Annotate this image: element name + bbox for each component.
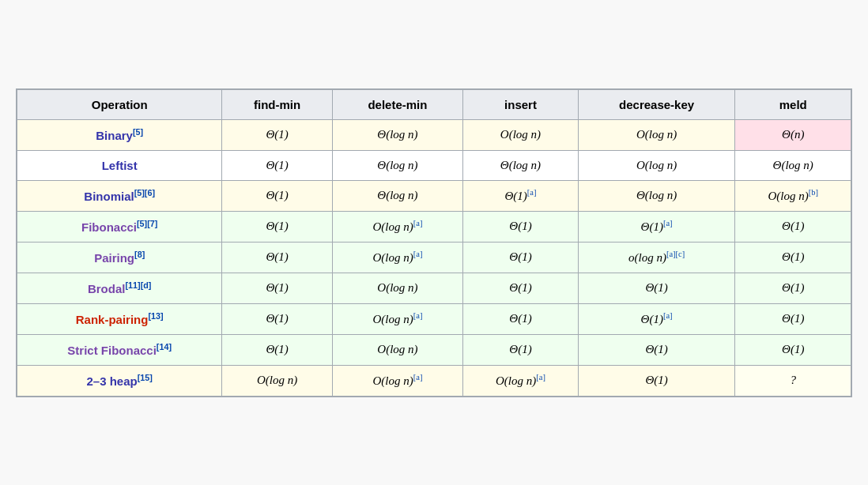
table-row: LeftistΘ(1)Θ(log n)Θ(log n)O(log n)Θ(log… — [17, 150, 851, 180]
decrease-key-cell: Θ(1) — [578, 273, 735, 303]
meld-cell: Θ(n) — [735, 119, 851, 150]
insert-cell: O(log n) — [463, 119, 579, 150]
insert-cell: Θ(1) — [463, 303, 579, 334]
operation-name: Fibonacci[5][7] — [17, 211, 222, 242]
table-row: 2–3 heap[15]O(log n)O(log n)[a]O(log n)[… — [17, 365, 851, 396]
meld-cell: Θ(log n) — [735, 150, 851, 180]
insert-cell: Θ(1) — [463, 273, 579, 303]
table-row: Pairing[8]Θ(1)O(log n)[a]Θ(1)o(log n)[a]… — [17, 242, 851, 273]
decrease-key-cell: O(log n) — [578, 119, 735, 150]
insert-cell: Θ(1) — [463, 211, 579, 242]
delete-min-cell: Θ(log n) — [332, 150, 463, 180]
decrease-key-cell: Θ(1) — [578, 334, 735, 365]
col-operation: Operation — [17, 89, 222, 119]
decrease-key-cell: Θ(1)[a] — [578, 211, 735, 242]
insert-cell: Θ(1) — [463, 334, 579, 365]
operation-name: Brodal[11][d] — [17, 273, 222, 303]
operation-name: Pairing[8] — [17, 242, 222, 273]
insert-cell: Θ(1)[a] — [463, 180, 579, 211]
find-min-cell: Θ(1) — [222, 211, 332, 242]
delete-min-cell: O(log n)[a] — [332, 303, 463, 334]
find-min-cell: O(log n) — [222, 365, 332, 396]
meld-cell: ? — [735, 365, 851, 396]
heap-comparison-table: Operation find-min delete-min insert dec… — [16, 88, 852, 397]
delete-min-cell: Θ(log n) — [332, 119, 463, 150]
find-min-cell: Θ(1) — [222, 334, 332, 365]
table-row: Binomial[5][6]Θ(1)Θ(log n)Θ(1)[a]Θ(log n… — [17, 180, 851, 211]
meld-cell: Θ(1) — [735, 242, 851, 273]
col-meld: meld — [735, 89, 851, 119]
delete-min-cell: O(log n)[a] — [332, 211, 463, 242]
decrease-key-cell: Θ(1) — [578, 365, 735, 396]
table-row: Fibonacci[5][7]Θ(1)O(log n)[a]Θ(1)Θ(1)[a… — [17, 211, 851, 242]
find-min-cell: Θ(1) — [222, 180, 332, 211]
table-row: Binary[5]Θ(1)Θ(log n)O(log n)O(log n)Θ(n… — [17, 119, 851, 150]
decrease-key-cell: Θ(1)[a] — [578, 303, 735, 334]
insert-cell: O(log n)[a] — [463, 365, 579, 396]
operation-name: 2–3 heap[15] — [17, 365, 222, 396]
decrease-key-cell: Θ(log n) — [578, 180, 735, 211]
insert-cell: Θ(log n) — [463, 150, 579, 180]
operation-name: Binary[5] — [17, 119, 222, 150]
meld-cell: O(log n)[b] — [735, 180, 851, 211]
delete-min-cell: O(log n) — [332, 273, 463, 303]
delete-min-cell: O(log n)[a] — [332, 242, 463, 273]
col-find-min: find-min — [222, 89, 332, 119]
find-min-cell: Θ(1) — [222, 273, 332, 303]
operation-name: Rank-pairing[13] — [17, 303, 222, 334]
operation-name: Strict Fibonacci[14] — [17, 334, 222, 365]
operation-name: Binomial[5][6] — [17, 180, 222, 211]
delete-min-cell: O(log n)[a] — [332, 365, 463, 396]
header-row: Operation find-min delete-min insert dec… — [17, 89, 851, 119]
table-row: Strict Fibonacci[14]Θ(1)O(log n)Θ(1)Θ(1)… — [17, 334, 851, 365]
col-delete-min: delete-min — [332, 89, 463, 119]
find-min-cell: Θ(1) — [222, 150, 332, 180]
decrease-key-cell: O(log n) — [578, 150, 735, 180]
col-insert: insert — [463, 89, 579, 119]
table-row: Brodal[11][d]Θ(1)O(log n)Θ(1)Θ(1)Θ(1) — [17, 273, 851, 303]
meld-cell: Θ(1) — [735, 273, 851, 303]
meld-cell: Θ(1) — [735, 303, 851, 334]
insert-cell: Θ(1) — [463, 242, 579, 273]
delete-min-cell: Θ(log n) — [332, 180, 463, 211]
find-min-cell: Θ(1) — [222, 303, 332, 334]
find-min-cell: Θ(1) — [222, 242, 332, 273]
operation-name: Leftist — [17, 150, 222, 180]
meld-cell: Θ(1) — [735, 334, 851, 365]
meld-cell: Θ(1) — [735, 211, 851, 242]
delete-min-cell: O(log n) — [332, 334, 463, 365]
decrease-key-cell: o(log n)[a][c] — [578, 242, 735, 273]
find-min-cell: Θ(1) — [222, 119, 332, 150]
table-row: Rank-pairing[13]Θ(1)O(log n)[a]Θ(1)Θ(1)[… — [17, 303, 851, 334]
col-decrease-key: decrease-key — [578, 89, 735, 119]
